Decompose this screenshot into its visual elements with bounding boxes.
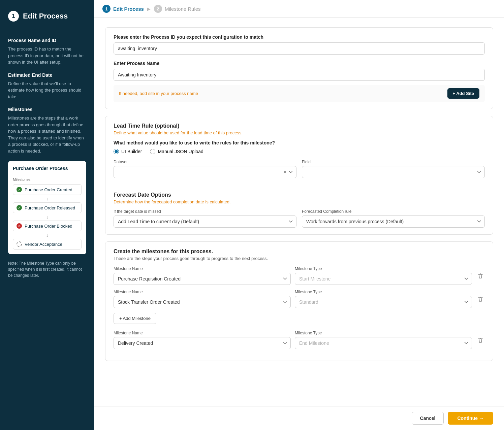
milestone-name-select-3[interactable]: Purchase Requisition Created Stock Trans… bbox=[114, 337, 291, 349]
milestone-dot-green-1: ✓ bbox=[17, 187, 22, 192]
forecast-row: If the target date is missed Add Lead Ti… bbox=[114, 209, 485, 228]
sidebar-section-title-2: Estimated End Date bbox=[8, 72, 86, 78]
milestone-type-select-2[interactable]: Start Milestone Standard End Milestone bbox=[295, 296, 472, 308]
sidebar-milestone-1: ✓ Purchase Order Created bbox=[13, 184, 82, 195]
lead-time-subtitle: Define what value should be used for the… bbox=[114, 130, 485, 135]
milestone-type-label-1: Milestone Type bbox=[295, 266, 472, 271]
milestone-type-col-3: Milestone Type Start Milestone Standard … bbox=[295, 331, 472, 349]
forecast-subtitle: Determine how the forecasted completion … bbox=[114, 199, 485, 204]
milestone-type-col-1: Milestone Type Start Milestone Standard … bbox=[295, 266, 472, 285]
lead-time-section: Lead Time Rule (optional) Define what va… bbox=[105, 116, 493, 235]
milestone-name-col-2: Milestone Name Purchase Requisition Crea… bbox=[114, 290, 291, 308]
milestone-name-label-3: Milestone Name bbox=[114, 331, 291, 335]
process-card-title: Purchase Order Process bbox=[13, 166, 82, 174]
main-content: 1 Edit Process ▶ 2 Milestone Rules Pleas… bbox=[94, 0, 504, 430]
method-ui-builder[interactable]: UI Builder bbox=[114, 149, 142, 154]
field-select[interactable] bbox=[302, 166, 485, 178]
forecast-target-select[interactable]: Add Lead Time to current day (Default) bbox=[114, 216, 296, 228]
sidebar-title: Edit Process bbox=[23, 12, 68, 21]
forecast-completion-col: Forecasted Completion rule Work forwards… bbox=[302, 209, 485, 228]
forecast-completion-label: Forecasted Completion rule bbox=[302, 209, 485, 214]
milestone-name-col-3: Milestone Name Purchase Requisition Crea… bbox=[114, 331, 291, 349]
dataset-label: Dataset bbox=[114, 160, 296, 164]
lead-time-title: Lead Time Rule (optional) bbox=[114, 123, 485, 129]
radio-manual-json[interactable] bbox=[150, 149, 155, 154]
sidebar-section-title-1: Process Name and ID bbox=[8, 38, 86, 43]
cancel-button[interactable]: Cancel bbox=[412, 412, 444, 425]
milestone-row-3: Milestone Name Purchase Requisition Crea… bbox=[114, 331, 485, 349]
section-divider bbox=[114, 185, 485, 185]
add-site-row: If needed, add site in your process name… bbox=[114, 85, 485, 102]
sidebar-milestone-2: ✓ Purchase Order Released bbox=[13, 202, 82, 213]
process-name-input[interactable] bbox=[114, 69, 485, 81]
radio-ui-builder[interactable] bbox=[114, 149, 119, 154]
milestone-name-select-2[interactable]: Purchase Requisition Created Stock Trans… bbox=[114, 296, 291, 308]
sidebar-milestone-3: ✕ Purchase Order Blocked bbox=[13, 221, 82, 231]
breadcrumb-step-1: 1 Edit Process bbox=[102, 5, 144, 13]
method-radio-group: UI Builder Manual JSON Upload bbox=[114, 149, 485, 154]
breadcrumb-step-2: 2 Milestone Rules bbox=[154, 5, 201, 13]
sidebar-step-number: 1 bbox=[8, 11, 19, 22]
milestone-type-col-2: Milestone Type Start Milestone Standard … bbox=[295, 290, 472, 308]
forecast-target-col: If the target date is missed Add Lead Ti… bbox=[114, 209, 296, 228]
sidebar-section-title-3: Milestones bbox=[8, 107, 86, 112]
milestone-type-select-3[interactable]: Start Milestone Standard End Milestone bbox=[295, 337, 472, 349]
field-col: Field bbox=[302, 160, 485, 178]
add-milestone-button[interactable]: + Add Milestone bbox=[114, 313, 156, 324]
sidebar-section-milestones: Milestones Milestones are the steps that… bbox=[8, 100, 86, 154]
sidebar-header: 1 Edit Process bbox=[8, 11, 86, 22]
process-card-subtitle: Milestones bbox=[13, 177, 82, 181]
sidebar-milestone-4: Vendor Acceptance bbox=[13, 239, 82, 250]
sidebar-note: Note: The Milestone Type can only be spe… bbox=[8, 260, 86, 278]
add-site-hint: If needed, add site in your process name bbox=[119, 91, 443, 96]
field-label-text: Field bbox=[302, 160, 485, 164]
sidebar-section-text-3: Milestones are the steps that a work ord… bbox=[8, 115, 86, 154]
form-area: Please enter the Process ID you expect t… bbox=[94, 18, 504, 406]
milestone-delete-btn-2[interactable] bbox=[476, 294, 485, 304]
dataset-col: Dataset ✕ bbox=[114, 160, 296, 178]
dataset-clear-button[interactable]: ✕ bbox=[283, 169, 287, 175]
dataset-select-wrapper: ✕ bbox=[114, 166, 296, 178]
process-card: Purchase Order Process Milestones ✓ Purc… bbox=[8, 161, 86, 254]
footer-bar: Cancel Continue → bbox=[94, 406, 504, 430]
milestone-delete-btn-1[interactable] bbox=[476, 271, 485, 280]
forecast-completion-select[interactable]: Work forwards from previous process (Def… bbox=[302, 216, 485, 228]
method-manual-json[interactable]: Manual JSON Upload bbox=[150, 149, 203, 154]
milestone-type-label-2: Milestone Type bbox=[295, 290, 472, 294]
add-site-button[interactable]: + Add Site bbox=[447, 88, 479, 99]
process-id-input[interactable] bbox=[114, 42, 485, 55]
milestone-dot-red-1: ✕ bbox=[17, 223, 22, 229]
milestone-delete-btn-3[interactable] bbox=[476, 335, 485, 345]
forecast-target-label: If the target date is missed bbox=[114, 209, 296, 214]
milestones-title: Create the milestones for this process. bbox=[114, 249, 485, 255]
radio-ui-builder-label: UI Builder bbox=[121, 149, 142, 154]
process-id-label: Please enter the Process ID you expect t… bbox=[114, 34, 485, 40]
milestones-subtitle: These are the steps your process goes th… bbox=[114, 256, 485, 261]
breadcrumb-num-1: 1 bbox=[102, 5, 111, 13]
dataset-select[interactable] bbox=[114, 166, 296, 178]
sidebar-section-text-1: The process ID has to match the process … bbox=[8, 46, 86, 66]
milestone-name-select-1[interactable]: Purchase Requisition Created Stock Trans… bbox=[114, 273, 291, 285]
milestone-name-label-1: Milestone Name bbox=[114, 266, 291, 271]
breadcrumb-label-2: Milestone Rules bbox=[165, 6, 201, 12]
breadcrumb-separator: ▶ bbox=[147, 6, 151, 11]
sidebar-section-estimated-end: Estimated End Date Define the value that… bbox=[8, 66, 86, 100]
milestone-row-2: Milestone Name Purchase Requisition Crea… bbox=[114, 290, 485, 308]
milestone-dot-loading bbox=[17, 241, 22, 247]
milestone-dot-green-2: ✓ bbox=[17, 205, 22, 210]
sidebar-section-text-2: Define the value that we'll use to estim… bbox=[8, 80, 86, 100]
milestone-type-label-3: Milestone Type bbox=[295, 331, 472, 335]
lead-time-question: What method would you like to use to wri… bbox=[114, 140, 485, 145]
continue-button[interactable]: Continue → bbox=[448, 412, 493, 425]
forecast-title: Forecast Date Options bbox=[114, 192, 485, 198]
sidebar-section-process-name: Process Name and ID The process ID has t… bbox=[8, 31, 86, 66]
milestone-name-col-1: Milestone Name Purchase Requisition Crea… bbox=[114, 266, 291, 285]
breadcrumb-label-1: Edit Process bbox=[113, 6, 144, 12]
milestone-type-select-1[interactable]: Start Milestone Standard End Milestone bbox=[295, 273, 472, 285]
dataset-field-row: Dataset ✕ Field bbox=[114, 160, 485, 178]
radio-manual-json-label: Manual JSON Upload bbox=[158, 149, 203, 154]
process-id-section: Please enter the Process ID you expect t… bbox=[105, 27, 493, 109]
milestones-section: Create the milestones for this process. … bbox=[105, 241, 493, 361]
milestone-name-label-2: Milestone Name bbox=[114, 290, 291, 294]
breadcrumb-bar: 1 Edit Process ▶ 2 Milestone Rules bbox=[94, 0, 504, 18]
